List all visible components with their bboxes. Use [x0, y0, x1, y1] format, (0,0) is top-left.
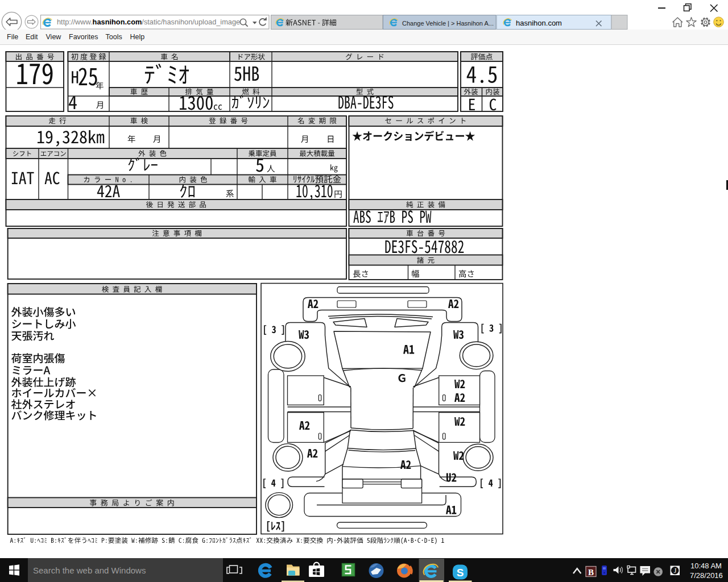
svg-text:S: S	[457, 567, 464, 579]
svg-text:J: J	[674, 567, 677, 575]
svg-text:B: B	[588, 568, 594, 577]
